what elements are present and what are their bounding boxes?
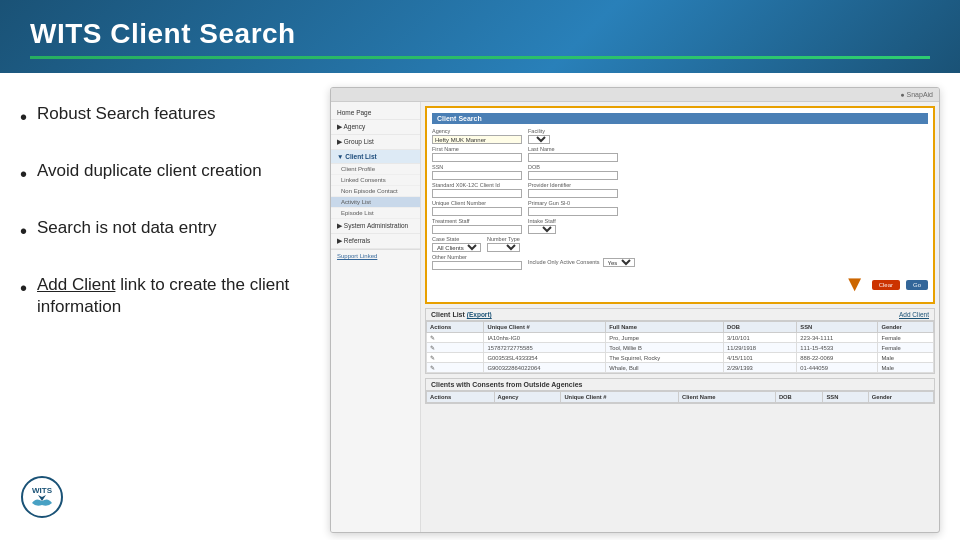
app-window: ● SnapAid Home Page ▶ Agency ▶ Group Lis… (330, 87, 940, 533)
field-facility: Facility (528, 128, 550, 144)
cell-action-1[interactable]: ✎ (427, 343, 484, 353)
input-ssn[interactable] (432, 171, 522, 180)
label-unique-client: Unique Client Number (432, 200, 522, 206)
titlebar-text: ● SnapAid (900, 91, 933, 98)
cell-action-0[interactable]: ✎ (427, 333, 484, 343)
label-standard-id: Standard X0K-12C Client Id (432, 182, 522, 188)
field-agency: Agency (432, 128, 522, 144)
select-include-only[interactable]: Yes No (603, 258, 635, 267)
label-primary-gun: Primary Gun Sl-0 (528, 200, 618, 206)
export-link[interactable]: (Export) (467, 311, 492, 318)
table-row: ✎ IA10nhs-IG0 Pro, Jumpe 3/10/101 223-34… (427, 333, 934, 343)
outside-agencies-section: Clients with Consents from Outside Agenc… (425, 378, 935, 404)
label-treatment-staff: Treatment Staff (432, 218, 522, 224)
input-other-number[interactable] (432, 261, 522, 270)
results-title: Client List (Export) (431, 311, 492, 318)
page-header: WITS Client Search (0, 0, 960, 73)
input-provider-id[interactable] (528, 189, 618, 198)
input-primary-gun[interactable] (528, 207, 618, 216)
outside-col-gender: Gender (868, 392, 933, 403)
bullet-text-duplicate: Avoid duplicate client creation (37, 160, 262, 182)
nav-episode-list[interactable]: Episode List (331, 208, 420, 219)
form-row-5: Unique Client Number Primary Gun Sl-0 (432, 200, 928, 216)
outside-col-client-name: Client Name (679, 392, 776, 403)
bullet-text-addclient: Add Client link to create the client inf… (37, 274, 310, 318)
add-client-button[interactable]: Add Client (899, 311, 929, 318)
results-section: Client List (Export) Add Client Actions … (425, 308, 935, 374)
table-row: ✎ G00353SL4333354 The Squirrel, Rocky 4/… (427, 353, 934, 363)
label-case-state: Case State (432, 236, 481, 242)
nav-client-list[interactable]: ▼ Client List (331, 150, 420, 164)
bullet-robust-search: • Robust Search features (20, 103, 310, 130)
input-dob[interactable] (528, 171, 618, 180)
nav-agency[interactable]: ▶ Agency (331, 120, 420, 135)
field-case-state: Case State All Clients (432, 236, 481, 252)
nav-referrals[interactable]: ▶ Referrals (331, 234, 420, 249)
cell-id-2: G00353SL4333354 (484, 353, 606, 363)
cell-gender-0: Female (878, 333, 934, 343)
results-table: Actions Unique Client # Full Name DOB SS… (426, 321, 934, 373)
nav-sidebar: Home Page ▶ Agency ▶ Group List ▼ Client… (331, 102, 421, 532)
field-provider-id: Provider Identifier (528, 182, 618, 198)
input-first-name[interactable] (432, 153, 522, 162)
form-row-6: Treatment Staff Intake Staff (432, 218, 928, 234)
nav-linked-consents[interactable]: Linked Consents (331, 175, 420, 186)
cell-action-3[interactable]: ✎ (427, 363, 484, 373)
input-unique-client[interactable] (432, 207, 522, 216)
svg-text:WITS: WITS (32, 486, 53, 495)
left-panel: • Robust Search features • Avoid duplica… (20, 83, 310, 533)
input-last-name[interactable] (528, 153, 618, 162)
clear-button[interactable]: Clear (872, 280, 900, 290)
cell-action-2[interactable]: ✎ (427, 353, 484, 363)
results-table-header-row: Actions Unique Client # Full Name DOB SS… (427, 322, 934, 333)
field-dob: DOB (528, 164, 618, 180)
nav-home[interactable]: Home Page (331, 106, 420, 120)
select-intake-staff[interactable] (528, 225, 556, 234)
label-agency: Agency (432, 128, 522, 134)
outside-col-agency: Agency (494, 392, 561, 403)
col-full-name: Full Name (606, 322, 724, 333)
cell-ssn-2: 888-22-0069 (797, 353, 878, 363)
field-number-type: Number Type (487, 236, 520, 252)
nav-group-list[interactable]: ▶ Group List (331, 135, 420, 150)
label-first-name: First Name (432, 146, 522, 152)
go-button[interactable]: Go (906, 280, 928, 290)
outside-agencies-table: Actions Agency Unique Client # Client Na… (426, 391, 934, 403)
cell-ssn-1: 111-15-4533 (797, 343, 878, 353)
label-intake-staff: Intake Staff (528, 218, 556, 224)
nav-support[interactable]: Support Linked (331, 249, 420, 262)
input-treatment-staff[interactable] (432, 225, 522, 234)
search-form-title: Client Search (432, 113, 928, 124)
select-facility[interactable] (528, 135, 550, 144)
outside-col-dob: DOB (775, 392, 823, 403)
select-case-state[interactable]: All Clients (432, 243, 481, 252)
cell-gender-2: Male (878, 353, 934, 363)
form-row-3: SSN DOB (432, 164, 928, 180)
form-row-2: First Name Last Name (432, 146, 928, 162)
select-number-type[interactable] (487, 243, 520, 252)
col-dob: DOB (724, 322, 797, 333)
bullet-dot-1: • (20, 104, 27, 130)
label-include-only: Include Only Active Consents (528, 259, 600, 265)
table-row: ✎ G900322864022064 Whale, Bull 2/29/1393… (427, 363, 934, 373)
nav-activity-list[interactable]: Activity List (331, 197, 420, 208)
bullet-dot-3: • (20, 218, 27, 244)
cell-ssn-3: 01-444059 (797, 363, 878, 373)
add-client-link[interactable]: Add Client (37, 275, 115, 294)
field-ssn: SSN (432, 164, 522, 180)
field-include-only: Include Only Active Consents Yes No (528, 254, 635, 270)
field-standard-id: Standard X0K-12C Client Id (432, 182, 522, 198)
input-standard-id[interactable] (432, 189, 522, 198)
field-primary-gun: Primary Gun Sl-0 (528, 200, 618, 216)
form-row-4: Standard X0K-12C Client Id Provider Iden… (432, 182, 928, 198)
cell-name-3: Whale, Bull (606, 363, 724, 373)
nav-non-episode[interactable]: Non Episode Contact (331, 186, 420, 197)
cell-dob-0: 3/10/101 (724, 333, 797, 343)
label-provider-id: Provider Identifier (528, 182, 618, 188)
input-agency[interactable] (432, 135, 522, 144)
nav-system-admin[interactable]: ▶ System Administration (331, 219, 420, 234)
cell-ssn-0: 223-34-1111 (797, 333, 878, 343)
nav-client-profile[interactable]: Client Profile (331, 164, 420, 175)
cell-id-1: 15787272775585 (484, 343, 606, 353)
bullet-dot-2: • (20, 161, 27, 187)
